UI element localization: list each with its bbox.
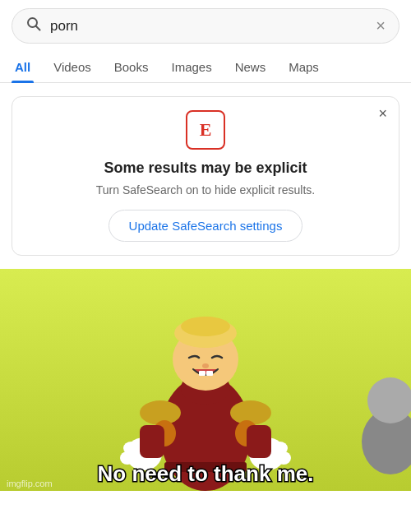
svg-rect-23 xyxy=(140,425,164,458)
update-safesearch-button[interactable]: Update SafeSearch settings xyxy=(109,210,303,242)
svg-text:imgflip.com: imgflip.com xyxy=(7,479,53,488)
svg-line-1 xyxy=(36,26,40,30)
meme-svg: No need to thank me. imgflip.com xyxy=(0,269,411,491)
safe-search-card: × E Some results may be explicit Turn Sa… xyxy=(12,96,399,256)
search-query-text[interactable]: porn xyxy=(50,18,367,35)
tab-videos[interactable]: Videos xyxy=(50,52,95,82)
tab-books[interactable]: Books xyxy=(111,52,152,82)
tab-news[interactable]: News xyxy=(232,52,270,82)
svg-point-16 xyxy=(202,363,209,368)
safe-search-title: Some results may be explicit xyxy=(25,160,386,177)
search-icon xyxy=(25,16,42,36)
tab-all[interactable]: All xyxy=(12,52,34,82)
svg-point-13 xyxy=(181,317,230,336)
meme-image: No need to thank me. imgflip.com xyxy=(0,269,411,491)
safe-search-subtitle: Turn SafeSearch on to hide explicit resu… xyxy=(25,183,386,197)
svg-rect-24 xyxy=(247,425,271,458)
svg-text:No need to thank me.: No need to thank me. xyxy=(98,461,314,486)
safe-search-close-button[interactable]: × xyxy=(378,105,387,123)
tab-maps[interactable]: Maps xyxy=(285,52,322,82)
svg-rect-14 xyxy=(199,371,206,376)
svg-rect-15 xyxy=(206,371,213,376)
search-clear-button[interactable]: × xyxy=(376,16,386,35)
tab-images[interactable]: Images xyxy=(168,52,215,82)
explicit-icon: E xyxy=(186,110,225,150)
search-bar-container: porn × xyxy=(0,0,411,52)
tabs-row: All Videos Books Images News Maps xyxy=(0,52,411,83)
search-bar: porn × xyxy=(12,8,399,44)
